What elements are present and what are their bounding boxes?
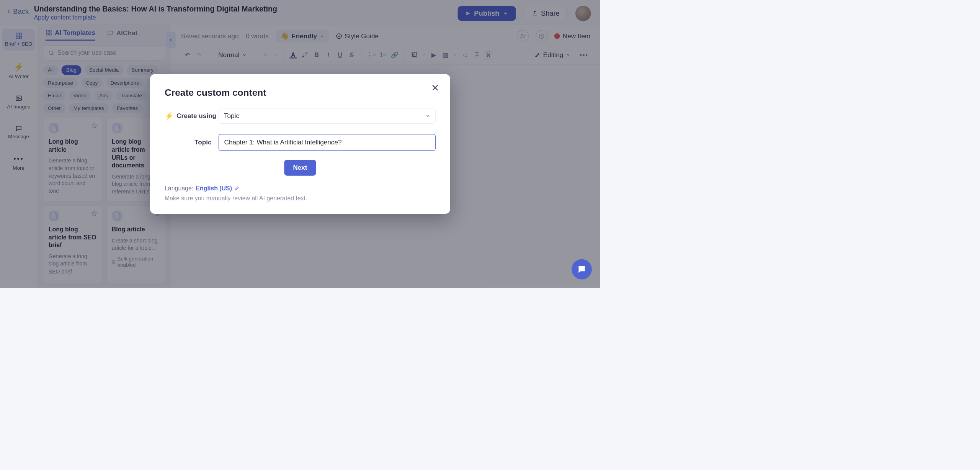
create-content-modal: Create custom content ⚡ Create using Top… (150, 74, 450, 214)
modal-scrim: Create custom content ⚡ Create using Top… (0, 0, 600, 288)
edit-icon[interactable] (234, 186, 239, 191)
close-icon[interactable] (431, 84, 439, 92)
bolt-icon: ⚡ (165, 112, 173, 120)
create-using-select[interactable]: Topic (219, 108, 436, 123)
select-value: Topic (224, 112, 239, 120)
language-prefix: Language: (165, 185, 193, 192)
next-button[interactable]: Next (284, 160, 316, 176)
chat-bubble-icon (577, 265, 586, 274)
modal-title: Create custom content (165, 87, 436, 98)
intercom-button[interactable] (572, 259, 592, 280)
topic-input[interactable] (219, 134, 436, 151)
chevron-down-icon (426, 113, 430, 118)
create-using-label: ⚡ Create using (165, 112, 219, 120)
topic-label: Topic (165, 139, 219, 146)
disclaimer-text: Make sure you manually review all AI gen… (165, 195, 436, 202)
language-value[interactable]: English (US) (196, 185, 232, 192)
